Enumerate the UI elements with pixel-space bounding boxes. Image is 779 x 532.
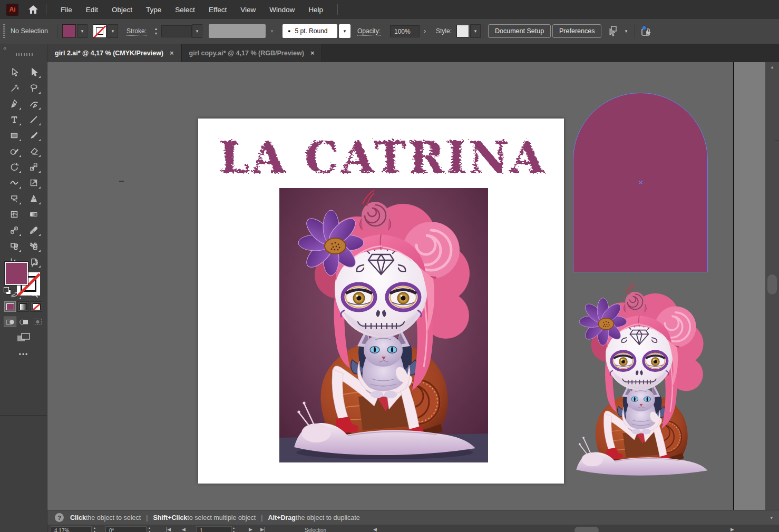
tool-paintbrush[interactable]	[24, 127, 43, 143]
help-icon[interactable]: ?	[55, 513, 64, 522]
share-document-button[interactable]	[640, 25, 653, 40]
menu-edit[interactable]: Edit	[79, 6, 105, 14]
stroke-weight-field[interactable]	[161, 25, 192, 37]
status-hint-bar: ? Click the object to select | Shift+Cli…	[47, 510, 779, 525]
tool-mesh[interactable]	[4, 206, 24, 222]
collapse-panel-icon[interactable]: «	[3, 45, 6, 51]
stroke-weight-label[interactable]: Stroke:	[126, 27, 147, 36]
next-artboard-button[interactable]: ▶	[249, 527, 252, 532]
stepper-up-icon[interactable]: ▴	[155, 26, 157, 31]
home-button[interactable]	[28, 5, 38, 14]
scroll-right-button[interactable]: ▶	[731, 527, 734, 532]
select-similar-button[interactable]	[606, 25, 619, 40]
tool-gradient[interactable]	[24, 206, 43, 222]
gradient-mode-button[interactable]	[17, 301, 29, 312]
opacity-expand-arrow[interactable]: ›	[420, 24, 430, 38]
menu-effect[interactable]: Effect	[202, 6, 233, 14]
tool-eyedropper[interactable]	[24, 222, 43, 238]
tab-close-icon[interactable]: ×	[310, 49, 315, 57]
menu-help[interactable]: Help	[301, 6, 330, 14]
first-artboard-button[interactable]: |◀	[166, 527, 171, 532]
panel-grip[interactable]	[3, 24, 5, 38]
color-mode-button[interactable]	[4, 301, 16, 312]
stroke-weight-dropdown[interactable]: ▾	[192, 24, 202, 38]
tool-scale[interactable]	[24, 159, 43, 175]
edit-toolbar-button[interactable]: •••	[0, 351, 47, 358]
selected-arch-shape[interactable]	[573, 93, 708, 272]
tool-free-transform[interactable]	[24, 175, 43, 191]
scroll-up-icon[interactable]: ▴	[765, 64, 779, 70]
tool-magic-wand[interactable]	[4, 80, 24, 96]
tool-curvature[interactable]	[24, 96, 43, 112]
brush-definition-dropdown[interactable]: ▾	[339, 24, 350, 38]
menu-view[interactable]: View	[233, 6, 262, 14]
fill-color-dropdown[interactable]: ▾	[77, 24, 87, 38]
vertical-scrollbar-thumb[interactable]	[767, 274, 777, 294]
tool-direct-selection[interactable]	[24, 64, 43, 80]
document-setup-button[interactable]: Document Setup	[488, 24, 551, 38]
brush-name: 5 pt. Round	[295, 27, 327, 35]
stray-path-object[interactable]	[119, 181, 124, 182]
tool-eraser[interactable]	[24, 143, 43, 159]
collapse-hint-icon[interactable]: ▾	[770, 515, 773, 520]
last-artboard-button[interactable]: ▶|	[260, 527, 265, 532]
tool-selection[interactable]	[4, 64, 24, 80]
tab-girl-copy[interactable]: girl copy.ai* @ 4,17 % (RGB/Preview) ×	[182, 44, 323, 62]
tool-symbol-sprayer[interactable]	[24, 238, 43, 254]
stroke-weight-stepper[interactable]: ▴ ▾	[152, 24, 160, 38]
tool-lasso[interactable]	[24, 80, 43, 96]
tool-pen[interactable]	[4, 96, 24, 112]
swap-fill-stroke-icon[interactable]	[31, 261, 40, 271]
opacity-field[interactable]: 100%	[390, 25, 420, 37]
menu-window[interactable]: Window	[262, 6, 301, 14]
rectangle-icon	[9, 131, 19, 140]
fill-proxy[interactable]	[5, 262, 28, 285]
tool-line-segment[interactable]	[24, 112, 43, 127]
la-catrina-title-object[interactable]: LA CATRINA	[198, 126, 564, 187]
opacity-label[interactable]: Opacity:	[357, 27, 381, 36]
menu-object[interactable]: Object	[105, 6, 139, 14]
tool-blend[interactable]	[4, 222, 24, 238]
screen-mode-button[interactable]	[16, 332, 31, 346]
style-dropdown[interactable]: ▾	[470, 24, 481, 38]
rotation-stepper[interactable]: ▴▾	[149, 526, 150, 532]
tool-width[interactable]	[4, 175, 24, 191]
stroke-color-swatch[interactable]	[93, 24, 106, 38]
artboard-stepper[interactable]: ▴▾	[233, 526, 235, 532]
draw-normal-button[interactable]	[4, 317, 16, 327]
menu-type[interactable]: Type	[139, 6, 168, 14]
tool-shape-builder[interactable]	[4, 191, 24, 206]
none-mode-button[interactable]	[31, 301, 42, 312]
tool-symbol[interactable]	[4, 238, 24, 254]
rotation-field[interactable]: 0°	[105, 526, 147, 532]
tool-perspective-grid[interactable]	[24, 191, 43, 206]
prev-artboard-button[interactable]: ◀	[182, 527, 186, 532]
preferences-button[interactable]: Preferences	[552, 24, 601, 38]
stroke-color-dropdown[interactable]: ▾	[108, 24, 118, 38]
catrina-illustration[interactable]	[279, 188, 488, 462]
panel-grip[interactable]	[16, 53, 33, 56]
tool-type[interactable]	[4, 112, 24, 127]
draw-behind-button[interactable]	[17, 317, 30, 327]
zoom-level-field[interactable]: 4,17%	[51, 526, 92, 532]
draw-inside-button[interactable]	[31, 317, 44, 327]
tab-close-icon[interactable]: ×	[170, 49, 174, 57]
menu-file[interactable]: File	[54, 6, 79, 14]
vertical-scrollbar[interactable]: ▴	[765, 62, 779, 510]
tool-shaper[interactable]	[4, 143, 24, 159]
horizontal-scrollbar-thumb[interactable]	[574, 527, 599, 532]
stepper-down-icon[interactable]: ▾	[155, 31, 157, 36]
catrina-cutout-illustration[interactable]	[566, 282, 717, 481]
select-similar-dropdown[interactable]: ▾	[621, 24, 631, 38]
zoom-stepper[interactable]: ▴▾	[94, 526, 95, 532]
tab-girl-2[interactable]: girl 2.ai* @ 4,17 % (CMYK/Preview) ×	[47, 44, 182, 62]
default-fill-stroke-icon[interactable]	[4, 287, 11, 294]
fill-color-swatch[interactable]	[62, 24, 76, 38]
brush-definition-select[interactable]: ● 5 pt. Round	[283, 24, 337, 38]
tool-rectangle[interactable]	[4, 127, 24, 143]
menu-select[interactable]: Select	[168, 6, 202, 14]
scroll-left-button[interactable]: ◀	[373, 527, 377, 532]
style-swatch[interactable]	[456, 25, 469, 37]
tool-rotate[interactable]	[4, 159, 24, 175]
artboard-number-field[interactable]: 1	[196, 526, 232, 532]
